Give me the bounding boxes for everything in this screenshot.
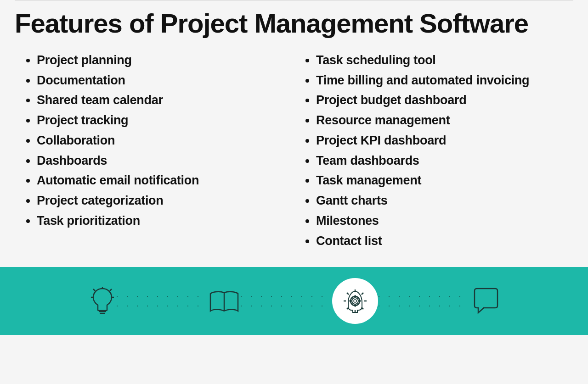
list-item: Task scheduling tool	[316, 53, 564, 68]
list-item: Contact list	[316, 234, 564, 249]
brain-gear-icon	[332, 278, 378, 324]
features-list-left: Project planningDocumentationShared team…	[24, 53, 285, 229]
chat-icon	[470, 286, 500, 316]
banner-inner: · · · · · · · · · · · · · · · · · · · · …	[41, 278, 547, 324]
book-icon	[208, 287, 240, 315]
list-item: Project planning	[37, 53, 285, 68]
list-item: Collaboration	[37, 133, 285, 149]
list-item: Project KPI dashboard	[316, 133, 564, 149]
svg-point-17	[354, 300, 356, 302]
list-item: Milestones	[316, 213, 564, 229]
list-item: Dashboards	[37, 153, 285, 169]
list-item: Time billing and automated invoicing	[316, 73, 564, 89]
list-item: Task prioritization	[37, 213, 285, 229]
list-item: Gantt charts	[316, 193, 564, 209]
features-section: Project planningDocumentationShared team…	[15, 53, 573, 254]
list-item: Documentation	[37, 73, 285, 89]
lightbulb-icon	[89, 285, 116, 317]
list-item: Team dashboards	[316, 153, 564, 169]
svg-line-6	[110, 289, 112, 291]
svg-line-5	[93, 289, 95, 291]
banner-dots-2: · · · · · · · · · · · · · · · · · ·	[240, 291, 332, 311]
list-item: Project categorization	[37, 193, 285, 209]
svg-line-14	[362, 293, 363, 295]
features-col-right: Task scheduling toolTime billing and aut…	[294, 53, 573, 254]
svg-line-12	[347, 293, 349, 295]
top-divider	[15, 0, 573, 0]
svg-point-16	[352, 298, 358, 304]
bottom-banner: · · · · · · · · · · · · · · · · · · · · …	[0, 267, 588, 335]
list-item: Task management	[316, 173, 564, 189]
list-item: Resource management	[316, 113, 564, 128]
features-col-left: Project planningDocumentationShared team…	[15, 53, 294, 254]
list-item: Project tracking	[37, 113, 285, 128]
banner-dots-3: · · · · · · · · · · · · · · · · · ·	[378, 291, 470, 311]
features-list-right: Task scheduling toolTime billing and aut…	[303, 53, 564, 249]
list-item: Shared team calendar	[37, 93, 285, 108]
banner-dots-1: · · · · · · · · · · · · · · · · · ·	[116, 291, 208, 311]
list-item: Automatic email notification	[37, 173, 285, 189]
page-title: Features of Project Management Software	[15, 9, 573, 38]
page-wrapper: Features of Project Management Software …	[0, 0, 588, 253]
list-item: Project budget dashboard	[316, 93, 564, 108]
